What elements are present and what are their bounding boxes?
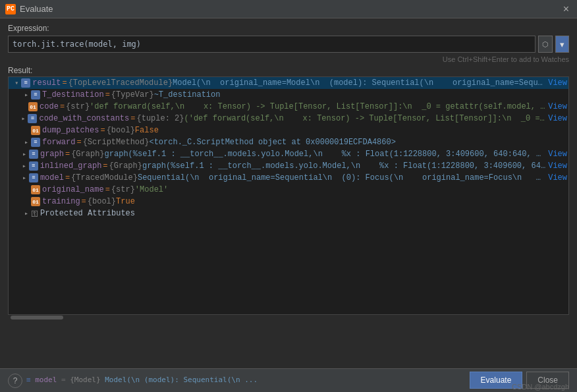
result-label: Result: [8,66,569,75]
tree-row[interactable]: 01 original_name = {str} 'Model' [9,184,568,196]
list-icon: ≡ [29,161,38,171]
list-icon: ≡ [28,114,37,123]
expander-icon[interactable] [22,209,31,218]
hint-text: Use Ctrl+Shift+Enter to add to Watches [8,55,569,63]
view-link[interactable]: View [548,150,567,159]
scrollbar-thumb[interactable] [11,316,63,320]
expander-icon[interactable] [22,90,31,99]
tree-row[interactable]: ≡ code_with_constants = {tuple: 2} ('def… [9,113,568,125]
dialog-content: Expression: ⬡ ▾ Use Ctrl+Shift+Enter to … [0,18,577,320]
list-icon: ≡ [31,138,40,147]
footer-right: Evaluate Close [470,372,569,390]
tree-row[interactable]: ≡ graph = {Graph} graph(%self.1 : __torc… [9,148,568,160]
tree-row[interactable]: ≡ inlined_graph = {Graph} graph(%self.1 … [9,160,568,172]
expression-input[interactable] [8,36,536,53]
protected-label: Protected Attributes [40,209,135,218]
obj-icon: 01 [28,102,38,111]
list-icon: ≡ [29,150,38,159]
list-icon: ≡ [21,78,30,88]
view-link[interactable]: View [548,78,567,88]
expression-label: Expression: [8,24,569,33]
title-bar: PC Evaluate × [0,0,577,18]
tree-row[interactable]: ≡ T_destination = {TypeVar} ~T_destinati… [9,89,568,101]
app-icon: PC [5,4,16,14]
obj-icon: 01 [31,126,40,135]
expander-icon[interactable] [20,150,29,159]
tree-row[interactable]: ≡ result = {TopLevelTracedModule} Model(… [9,77,568,89]
expand-button[interactable]: ⬡ [538,36,553,53]
tree-row[interactable]: ≡ forward = {ScriptMethod} <torch._C.Scr… [9,136,568,148]
tree-row[interactable]: ≡ model = {TracedModule} Sequential(\n o… [9,172,568,184]
dropdown-button[interactable]: ▾ [555,36,569,53]
list-icon: ≡ [29,173,38,182]
close-button[interactable]: Close [526,372,569,389]
evaluate-button[interactable]: Evaluate [470,372,523,389]
protected-attributes-row[interactable]: ⚿ Protected Attributes [9,208,568,219]
expander-icon[interactable] [12,78,21,88]
window-close-button[interactable]: × [561,2,572,16]
view-link[interactable]: View [548,114,567,123]
title-bar-left: PC Evaluate [5,4,53,14]
horizontal-scrollbar[interactable] [8,315,569,320]
view-link[interactable]: View [548,102,567,111]
expander-icon[interactable] [18,114,28,123]
expander-icon[interactable] [22,138,31,147]
dialog-title: Evaluate [20,4,53,14]
tree-row[interactable]: 01 code = {str} 'def forward(self,\n x: … [9,101,568,113]
tree-row[interactable]: 01 training = {bool} True [9,196,568,208]
result-area[interactable]: ≡ result = {TopLevelTracedModule} Model(… [8,76,569,315]
view-link[interactable]: View [548,161,567,171]
help-button[interactable]: ? [8,374,22,388]
footer-buttons: Evaluate Close [470,372,569,389]
list-icon: ≡ [31,90,40,99]
expander-icon[interactable] [20,161,29,171]
view-link[interactable]: View [548,173,567,182]
tree-row[interactable]: 01 dump_patches = {bool} False [9,125,568,136]
obj-icon: 01 [31,185,40,194]
expander-icon[interactable] [20,173,29,182]
protected-icon: ⚿ [31,210,38,218]
obj-icon: 01 [31,197,40,206]
expression-row: ⬡ ▾ [8,36,569,53]
status-bar: ? [8,374,22,388]
